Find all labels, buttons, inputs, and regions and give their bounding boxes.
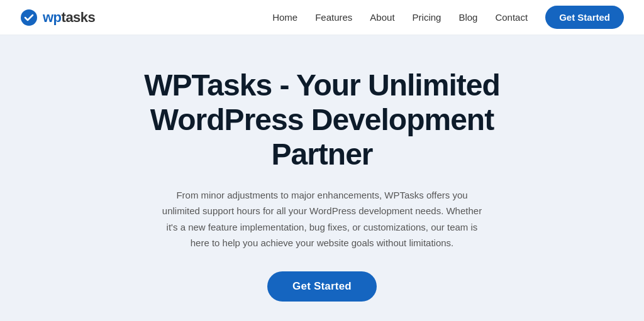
svg-point-0 bbox=[21, 9, 37, 26]
hero-get-started-button[interactable]: Get Started bbox=[267, 271, 377, 302]
hero-section: WPTasks - Your Unlimited WordPress Devel… bbox=[0, 35, 644, 321]
nav-about[interactable]: About bbox=[370, 12, 394, 23]
hero-subtitle: From minor adjustments to major enhancem… bbox=[158, 187, 486, 251]
logo-icon bbox=[20, 9, 38, 26]
hero-title: WPTasks - Your Unlimited WordPress Devel… bbox=[102, 68, 542, 172]
nav-home[interactable]: Home bbox=[272, 12, 297, 23]
header: wptasks Home Features About Pricing Blog… bbox=[0, 0, 644, 35]
nav-contact[interactable]: Contact bbox=[495, 12, 528, 23]
nav-get-started-button[interactable]: Get Started bbox=[545, 6, 624, 29]
logo[interactable]: wptasks bbox=[20, 9, 95, 26]
nav-features[interactable]: Features bbox=[315, 12, 352, 23]
main-nav: Home Features About Pricing Blog Contact… bbox=[272, 6, 624, 29]
logo-text: wptasks bbox=[43, 9, 95, 26]
nav-pricing[interactable]: Pricing bbox=[413, 12, 441, 23]
nav-blog[interactable]: Blog bbox=[458, 12, 477, 23]
